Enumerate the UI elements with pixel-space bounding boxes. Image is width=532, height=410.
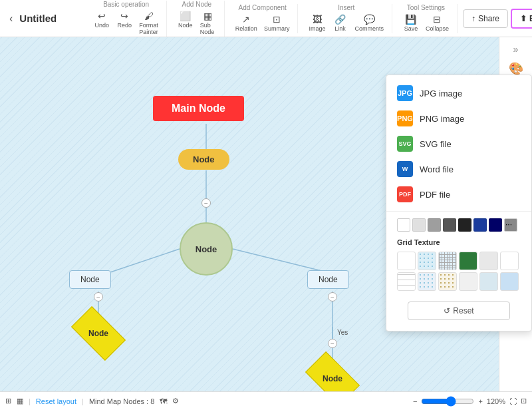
oval-node[interactable]: Node — [178, 149, 229, 170]
grid-swatch-10[interactable] — [479, 272, 498, 291]
export-icon: ⬆ — [520, 14, 527, 23]
export-pdf[interactable]: PDF PDF file — [386, 182, 531, 207]
reset-button[interactable]: ↺ Reset — [408, 302, 510, 320]
main-node[interactable]: Main Node — [153, 96, 244, 121]
zoom-slider[interactable] — [421, 396, 474, 407]
toolbar-group-addnode: Add Node ⬜Node ▦Sub Node — [170, 1, 225, 37]
grid-swatch-2[interactable] — [438, 252, 457, 270]
grid-icon: ⊞ — [5, 397, 11, 405]
right-rect-node-label: Node — [307, 270, 349, 289]
comments-button[interactable]: 💬Comments — [352, 13, 386, 33]
grid-section-title: Grid Texture — [386, 234, 531, 249]
export-button[interactable]: ⬆ Export — [511, 9, 532, 29]
swatch-more[interactable]: ··· — [504, 218, 517, 232]
redo-button[interactable]: ↪Redo — [114, 9, 135, 37]
grid-swatch-1[interactable] — [418, 252, 436, 270]
toolbar-group-label-toolsettings: Tool Settings — [407, 4, 445, 11]
swatch-white[interactable] — [397, 218, 410, 232]
basic-buttons: ↩Undo ↪Redo 🖌Format Painter — [91, 9, 161, 37]
grid-swatch-8[interactable] — [438, 272, 457, 291]
toolbar-group-label-addcomponent: Add Component — [238, 4, 286, 11]
swatch-lightgray[interactable] — [412, 218, 426, 232]
format-painter-button[interactable]: 🖌Format Painter — [136, 9, 161, 37]
oval-node-label: Node — [178, 149, 229, 170]
mind-map-nodes-label: Mind Map Nodes : 8 — [89, 397, 154, 405]
reset-layout-label[interactable]: Reset layout — [36, 397, 76, 405]
color-swatches: ··· — [386, 216, 531, 234]
svg-icon: SVG — [397, 136, 413, 152]
node-button[interactable]: ⬜Node — [175, 9, 196, 37]
reset-icon: ↺ — [444, 306, 450, 315]
collapse-button[interactable]: ⊟Collapse — [423, 13, 452, 33]
grid-swatch-9[interactable] — [459, 272, 477, 291]
collapse-btn-3[interactable]: − — [328, 292, 337, 302]
export-word[interactable]: W Word file — [386, 156, 531, 182]
toolsettings-buttons: 💾Save ⊟Collapse — [400, 13, 452, 33]
right-diamond-node[interactable]: Node — [306, 362, 359, 391]
swatch-darkgray[interactable] — [443, 218, 456, 232]
left-diamond: Node — [72, 317, 125, 350]
svg-line-2 — [106, 249, 180, 274]
grid-swatch-4[interactable] — [479, 252, 498, 270]
map-icon: 🗺 — [160, 397, 167, 405]
relation-button[interactable]: ↗Relation — [233, 13, 260, 33]
statusbar-right: − + 120% ⛶ ⊡ — [413, 396, 527, 407]
grid-swatch-5[interactable] — [500, 252, 519, 270]
share-button[interactable]: ↑ Share — [463, 9, 508, 28]
collapse-btn-1[interactable]: − — [201, 198, 211, 208]
back-button[interactable]: ‹ — [5, 10, 17, 27]
toolbar-group-basic: Basic operation ↩Undo ↪Redo 🖌Format Pain… — [86, 1, 167, 37]
grid-swatch-7[interactable] — [418, 272, 436, 291]
image-button[interactable]: 🖼Image — [306, 13, 328, 33]
addcomponent-buttons: ↗Relation ⊡Summary — [233, 13, 293, 33]
fit-icon[interactable]: ⊡ — [521, 397, 527, 405]
share-icon: ↑ — [471, 14, 475, 23]
grid-swatch-6[interactable] — [397, 272, 416, 291]
fullscreen-icon[interactable]: ⛶ — [509, 397, 517, 405]
yes-label: Yes — [337, 329, 348, 336]
toolbar-group-label-basic: Basic operation — [103, 1, 149, 8]
export-dropdown: JPG JPG image PNG PNG image SVG SVG file… — [386, 75, 532, 331]
zoom-in-button[interactable]: + — [478, 397, 482, 405]
collapse-btn-2[interactable]: − — [94, 292, 103, 302]
grid-swatch-3[interactable] — [459, 252, 477, 270]
zoom-out-button[interactable]: − — [413, 397, 417, 405]
right-rect-node[interactable]: Node — [307, 270, 349, 289]
subnode-button[interactable]: ▦Sub Node — [198, 9, 219, 37]
grid-swatch-0[interactable] — [397, 252, 416, 270]
grid-swatch-11[interactable] — [500, 272, 519, 291]
export-svg[interactable]: SVG SVG file — [386, 131, 531, 156]
export-jpg[interactable]: JPG JPG image — [386, 81, 531, 106]
addnode-buttons: ⬜Node ▦Sub Node — [175, 9, 219, 37]
export-png[interactable]: PNG PNG image — [386, 106, 531, 131]
right-diamond: Node — [306, 362, 359, 391]
theme-icon: 🎨 — [509, 61, 523, 76]
toolbar-group-label-addnode: Add Node — [182, 1, 211, 8]
main-area: Main Node Node − Node Node Node − − Node — [0, 37, 532, 391]
link-button[interactable]: 🔗Link — [329, 13, 350, 33]
left-rect-node-label: Node — [69, 270, 111, 289]
swatch-gray[interactable] — [428, 218, 441, 232]
settings-icon[interactable]: ⚙ — [172, 397, 179, 405]
layers-icon: ▦ — [17, 397, 23, 405]
left-rect-node[interactable]: Node — [69, 270, 111, 289]
toolbar-group-toolsettings: Tool Settings 💾Save ⊟Collapse — [395, 4, 458, 33]
left-diamond-node[interactable]: Node — [72, 317, 125, 350]
word-icon: W — [397, 161, 413, 177]
summary-button[interactable]: ⊡Summary — [261, 13, 293, 33]
circle-node-label: Node — [180, 222, 233, 276]
jpg-icon: JPG — [397, 85, 413, 101]
toolbar-group-insert: Insert 🖼Image 🔗Link 💬Comments — [301, 4, 392, 33]
statusbar: ⊞ ▦ | Reset layout | Mind Map Nodes : 8 … — [0, 391, 532, 410]
collapse-btn-4[interactable]: − — [328, 339, 337, 348]
circle-node[interactable]: Node — [180, 222, 233, 276]
save-button[interactable]: 💾Save — [400, 13, 422, 33]
swatch-darkblue[interactable] — [489, 218, 502, 232]
swatch-blue[interactable] — [473, 218, 487, 232]
sidebar-chevron[interactable]: » — [512, 43, 520, 56]
grid-swatches — [386, 249, 531, 296]
zoom-label: 120% — [487, 397, 505, 405]
undo-button[interactable]: ↩Undo — [91, 9, 112, 37]
swatch-nearblack[interactable] — [458, 218, 471, 232]
document-title: Untitled — [19, 13, 72, 24]
